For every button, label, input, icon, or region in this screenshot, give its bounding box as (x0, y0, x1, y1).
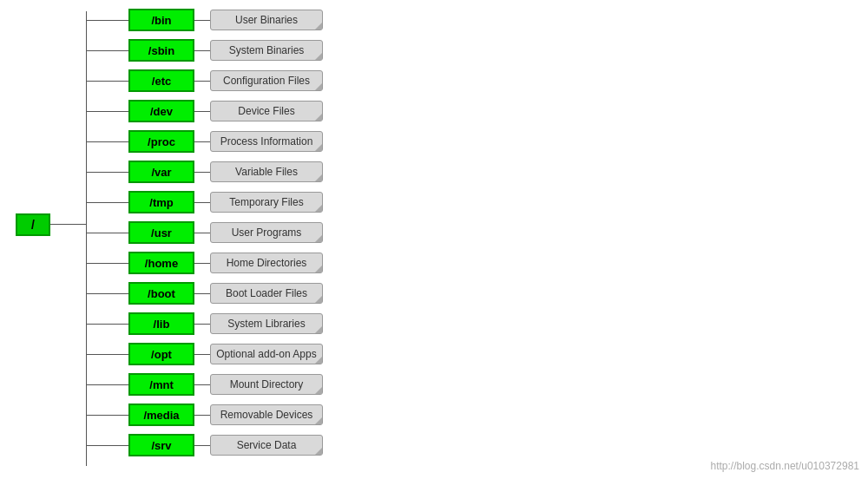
branch-opt: /optOptional add-on Apps (87, 343, 323, 365)
branch-proc: /procProcess Information (87, 130, 323, 153)
branch-hline-usr (87, 233, 128, 233)
connector-proc (194, 141, 210, 142)
label-node-etc: Configuration Files (210, 70, 323, 91)
root-node: / (16, 213, 50, 236)
connector-tmp (194, 202, 210, 203)
dir-node-srv: /srv (128, 434, 194, 456)
branch-sbin: /sbinSystem Binaries (87, 39, 323, 62)
dir-node-boot: /boot (128, 282, 194, 305)
label-node-mnt: Mount Directory (210, 374, 323, 395)
dir-node-sbin: /sbin (128, 39, 194, 62)
dir-node-mnt: /mnt (128, 373, 194, 396)
dir-node-lib: /lib (128, 312, 194, 335)
branch-mnt: /mntMount Directory (87, 373, 323, 396)
branch-hline-etc (87, 81, 128, 82)
branch-hline-media (87, 415, 128, 416)
branch-home: /homeHome Directories (87, 252, 323, 274)
branch-hline-bin (87, 20, 128, 21)
branch-hline-mnt (87, 384, 128, 385)
label-node-srv: Service Data (210, 435, 323, 456)
branch-hline-proc (87, 141, 128, 142)
connector-bin (194, 20, 210, 21)
connector-sbin (194, 50, 210, 51)
label-node-boot: Boot Loader Files (210, 283, 323, 304)
diagram-container: / http://blog.csdn.net/u010372981 /binUs… (0, 0, 868, 479)
branch-bin: /binUser Binaries (87, 9, 323, 31)
branch-hline-home (87, 263, 128, 264)
label-node-lib: System Libraries (210, 313, 323, 334)
dir-node-usr: /usr (128, 221, 194, 244)
branch-hline-lib (87, 324, 128, 325)
branch-hline-dev (87, 111, 128, 112)
label-node-proc: Process Information (210, 131, 323, 152)
branch-boot: /bootBoot Loader Files (87, 282, 323, 305)
branch-hline-srv (87, 445, 128, 446)
connector-var (194, 172, 210, 173)
watermark: http://blog.csdn.net/u010372981 (711, 460, 859, 472)
dir-node-bin: /bin (128, 9, 194, 31)
root-label: / (31, 218, 35, 232)
label-node-usr: User Programs (210, 222, 323, 243)
dir-node-dev: /dev (128, 100, 194, 122)
branch-hline-tmp (87, 202, 128, 203)
branch-usr: /usrUser Programs (87, 221, 323, 244)
branch-var: /varVariable Files (87, 161, 323, 183)
dir-node-home: /home (128, 252, 194, 274)
label-node-dev: Device Files (210, 101, 323, 121)
label-node-var: Variable Files (210, 161, 323, 182)
branch-lib: /libSystem Libraries (87, 312, 323, 335)
dir-node-proc: /proc (128, 130, 194, 153)
connector-etc (194, 81, 210, 82)
dir-node-media: /media (128, 404, 194, 426)
connector-mnt (194, 384, 210, 385)
connector-boot (194, 293, 210, 294)
connector-home (194, 263, 210, 264)
label-node-opt: Optional add-on Apps (210, 344, 323, 364)
connector-media (194, 415, 210, 416)
label-node-home: Home Directories (210, 253, 323, 273)
branch-hline-var (87, 172, 128, 173)
branch-hline-opt (87, 354, 128, 355)
connector-dev (194, 111, 210, 112)
dir-node-opt: /opt (128, 343, 194, 365)
branch-hline-sbin (87, 50, 128, 51)
dir-node-var: /var (128, 161, 194, 183)
root-horizontal-line (50, 224, 87, 225)
branch-tmp: /tmpTemporary Files (87, 191, 323, 213)
connector-usr (194, 233, 210, 233)
dir-node-tmp: /tmp (128, 191, 194, 213)
connector-lib (194, 324, 210, 325)
label-node-tmp: Temporary Files (210, 192, 323, 213)
label-node-bin: User Binaries (210, 10, 323, 30)
label-node-sbin: System Binaries (210, 40, 323, 61)
dir-node-etc: /etc (128, 69, 194, 92)
label-node-media: Removable Devices (210, 404, 323, 425)
branch-media: /mediaRemovable Devices (87, 404, 323, 426)
branch-hline-boot (87, 293, 128, 294)
branch-etc: /etcConfiguration Files (87, 69, 323, 92)
connector-opt (194, 354, 210, 355)
connector-srv (194, 445, 210, 446)
branch-srv: /srvService Data (87, 434, 323, 456)
branch-dev: /devDevice Files (87, 100, 323, 122)
